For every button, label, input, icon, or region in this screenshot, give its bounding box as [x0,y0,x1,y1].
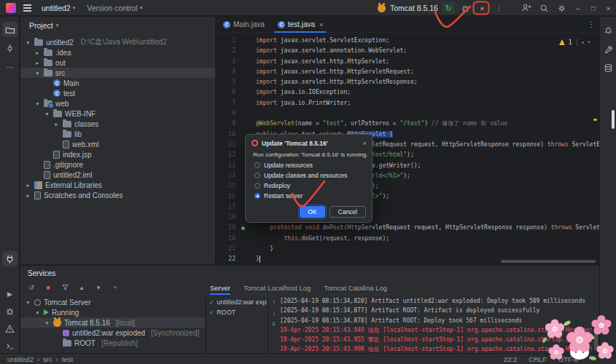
code-line[interactable]: 19 protected void doPost(HttpServletRequ… [217,223,599,233]
minimize-button[interactable]: – [570,0,585,16]
code-line[interactable]: 6import java.io.IOException; [217,87,599,98]
code-line[interactable]: 5import javax.servlet.http.HttpServletRe… [217,77,599,87]
run-config-name[interactable]: Tomcat 8.5.16 [390,4,438,12]
project-tree-item[interactable]: ▸.idea [20,47,215,58]
log-scrollbar[interactable] [594,323,598,350]
code-line[interactable]: 8 [217,108,599,119]
radio-icon[interactable] [254,183,260,189]
tab-tomcat-catalina-log[interactable]: Tomcat Catalina Log [324,280,387,295]
close-icon[interactable]: × [363,140,367,147]
database-tool-button[interactable] [601,60,616,76]
tab-options-icon[interactable]: ⋮ [588,20,595,28]
terminal-tool-button[interactable] [2,339,17,354]
code-line[interactable]: 9@WebServlet(name = "test", urlPatterns … [217,119,599,129]
run-tool-button[interactable]: ▶ [2,286,17,301]
project-tree-item[interactable]: CMain [20,78,215,88]
scroll-up-icon[interactable]: ↑ [273,299,276,306]
collapse-all-icon[interactable]: ▾ [93,284,104,291]
services-tree-item[interactable]: untitled2:war exploded[Synchronized] [20,328,205,338]
more-actions-button[interactable]: ⋮ [493,2,505,15]
project-tree-item[interactable]: web.xml [20,139,215,149]
radio-icon[interactable] [254,162,260,168]
rerun-button[interactable]: ↻ [442,2,455,15]
code-line[interactable]: 3import javax.servlet.http.HttpServlet; [217,57,599,67]
prev-issue-icon[interactable]: ▴ [582,39,585,45]
code-line[interactable]: 1import javax.servlet.ServletException; [217,36,599,46]
radio-option[interactable]: Restart server [254,191,372,201]
stop-icon[interactable]: ■ [43,284,53,291]
search-button[interactable] [535,0,553,16]
project-tree-item[interactable]: ▾src [20,68,215,78]
radio-icon[interactable] [254,193,260,199]
expand-all-icon[interactable]: ▴ [77,284,87,291]
tab-main-java[interactable]: C Main.java [217,17,271,33]
project-tree-item[interactable]: .gitignore [20,159,215,170]
code-line[interactable]: 7import java.io.PrintWriter; [217,98,599,108]
scroll-down-icon[interactable]: ↓ [273,310,276,317]
maximize-button[interactable]: □ [585,0,601,16]
radio-option[interactable]: Redeploy [254,181,372,191]
ok-button[interactable]: OK [300,206,324,218]
services-tree-item[interactable]: ▾Tomcat 8.5.16[local] [20,317,205,328]
tab-server[interactable]: Server [210,280,230,295]
filter-icon[interactable] [60,283,70,291]
tab-tomcat-localhost-log[interactable]: Tomcat Localhost Log [243,280,311,295]
radio-option[interactable]: Update resources [254,160,372,170]
services-tree-item[interactable]: ROOT[Republish] [20,338,205,348]
tool-strip-handle[interactable] [612,110,615,129]
file-encoding[interactable]: UTF-8 [558,355,578,363]
project-tree-item[interactable]: ▸Scratches and Consoles [20,190,215,200]
inspections-widget[interactable]: 1 ▴ ▾ [559,39,590,46]
project-tree-item[interactable]: ▸classes [20,119,215,129]
settings-button[interactable] [553,0,570,16]
project-tree-item[interactable]: ▸out [20,58,215,68]
line-ending[interactable]: CRLF [529,355,547,363]
build-tool-button[interactable] [601,41,616,57]
debug-tool-button[interactable] [2,304,17,319]
next-issue-icon[interactable]: ▾ [588,39,590,45]
cancel-button[interactable]: Cancel [330,206,366,218]
add-user-button[interactable] [518,0,535,16]
project-tree-item[interactable]: ▸External Libraries [20,180,215,190]
services-tree-item[interactable]: ▾Running [20,307,205,317]
project-tree-item[interactable]: ▾web [20,98,215,108]
problems-tool-button[interactable] [2,321,17,336]
notifications-tool-button[interactable] [601,23,616,38]
close-button[interactable]: × [601,0,616,16]
more-tools-button[interactable]: ⋯ [2,60,17,75]
services-tree-item[interactable]: ▾Tomcat Server [20,297,205,307]
project-tool-button[interactable] [2,22,17,37]
project-tree-item[interactable]: index.jsp [20,149,215,159]
main-menu-button[interactable] [22,3,33,12]
commit-tool-button[interactable] [2,41,17,56]
services-header[interactable]: Services [20,266,599,280]
rerun-icon[interactable]: ↺ [26,284,36,291]
code-line[interactable]: 21 } [217,244,599,254]
code-line[interactable]: 2import javax.servlet.annotation.WebServ… [217,46,599,56]
deployment-item[interactable]: ✓untitled2:war exploded [209,297,267,307]
soft-wrap-icon[interactable]: ≡ [272,321,276,328]
caret-position[interactable]: 22:2 [504,355,518,363]
breadcrumb[interactable]: untitled2 › src › test [7,355,73,363]
project-tree-item[interactable]: untitled2.iml [20,170,215,180]
vcs-widget[interactable]: Version control ▾ [84,2,145,14]
project-tree-item[interactable]: Ctest [20,88,215,98]
deployment-item[interactable]: ✓ROOT [209,307,267,317]
breadcrumb-item[interactable]: test [62,355,73,363]
project-tree-item[interactable]: ▾untitled2D:\C盘\Java Web\untitled2 [20,37,215,47]
project-widget[interactable]: untitled2 ▾ [39,2,78,14]
project-panel-header[interactable]: Project ▾ [20,17,215,34]
breadcrumb-item[interactable]: untitled2 [7,355,34,363]
project-tree-item[interactable]: ▾WEB-INF [20,108,215,119]
debug-button[interactable] [459,2,472,15]
project-tree-item[interactable]: lib [20,129,215,139]
code-line[interactable]: 4import javax.servlet.http.HttpServletRe… [217,67,599,77]
breadcrumb-item[interactable]: src [43,355,52,363]
code-line[interactable]: 20 this.doGet(request, response); [217,234,599,244]
add-service-icon[interactable]: + [110,284,120,291]
stop-button[interactable]: ■ [476,2,488,15]
close-tab-icon[interactable]: × [319,21,323,28]
horizontal-scrollbar[interactable] [501,260,596,263]
services-tool-button[interactable] [2,251,17,266]
radio-icon[interactable] [254,173,260,178]
